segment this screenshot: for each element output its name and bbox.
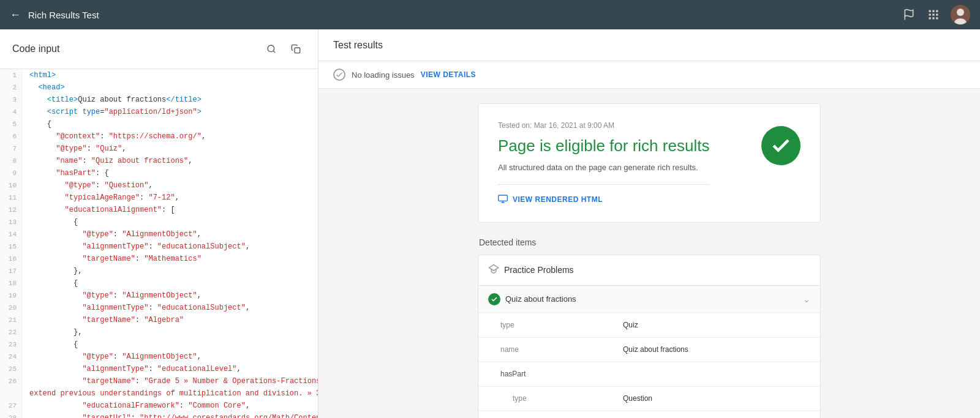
status-text: No loading issues [352, 70, 415, 80]
detected-card-header-left: Practice Problems [488, 264, 574, 277]
code-line: 23 { [0, 338, 318, 351]
data-value: Question [613, 388, 820, 409]
code-line: 16 "targetName": "Mathematics" [0, 253, 318, 265]
svg-rect-3 [936, 10, 938, 12]
svg-point-13 [268, 45, 274, 52]
quiz-item-row[interactable]: Quiz about fractions ⌄ [478, 286, 820, 313]
code-line: 12 "educationalAlignment": [ [0, 204, 318, 216]
data-row-haspart: hasPart [478, 362, 820, 387]
code-input-actions [262, 39, 306, 59]
result-subtitle: All structured data on the page can gene… [498, 163, 709, 172]
top-navigation: ← Rich Results Test [0, 0, 980, 29]
result-content: Tested on: Mar 16, 2021 at 9:00 AM Page … [318, 89, 980, 418]
detected-items-title: Detected items [478, 237, 821, 247]
quiz-item-name: Quiz about fractions [505, 294, 576, 304]
search-button[interactable] [262, 39, 281, 59]
svg-rect-15 [295, 48, 300, 53]
grid-icon[interactable] [926, 7, 941, 22]
code-line: 11 "typicalAgeRange": "7-12", [0, 192, 318, 204]
svg-rect-5 [932, 13, 934, 15]
data-key: type [478, 388, 613, 409]
svg-rect-4 [929, 13, 931, 15]
data-value [613, 368, 820, 380]
test-results-title: Test results [333, 40, 383, 51]
detected-card-header: Practice Problems [478, 255, 820, 286]
code-line: 24 "@type": "AlignmentObject", [0, 351, 318, 363]
copy-button[interactable] [286, 39, 306, 59]
view-details-link[interactable]: VIEW DETAILS [421, 70, 476, 79]
left-panel: Code input 1<html> 2 <head> 3 <title>Qui… [0, 29, 318, 418]
data-key: typicalAgeRange [478, 412, 613, 418]
view-rendered-label: VIEW RENDERED HTML [513, 195, 603, 204]
code-line: 6 "@context": "https://schema.org/", [0, 130, 318, 143]
code-line: 21 "targetName": "Algebra" [0, 314, 318, 326]
svg-rect-2 [932, 10, 934, 12]
code-line: 27 "educationalFramework": "Common Core"… [0, 400, 318, 412]
code-line: 8 "name": "Quiz about fractions", [0, 155, 318, 167]
main-layout: Code input 1<html> 2 <head> 3 <title>Qui… [0, 29, 980, 418]
data-value: Quiz [613, 315, 820, 335]
data-value: Quiz about fractions [613, 339, 820, 360]
graduation-icon [488, 264, 499, 277]
data-key: type [478, 315, 613, 335]
app-title: Rich Results Test [28, 10, 99, 20]
nav-right [902, 5, 970, 24]
code-line: 28 "targetUrl": "http://www.corestandard… [0, 412, 318, 418]
detected-card: Practice Problems Quiz about fractions [478, 255, 821, 418]
data-key: hasPart [478, 364, 613, 384]
data-key: name [478, 339, 613, 360]
code-line: 3 <title>Quiz about fractions</title> [0, 94, 318, 106]
test-results-header: Test results [318, 29, 980, 61]
code-line: 7 "@type": "Quiz", [0, 143, 318, 155]
code-line: 22 }, [0, 326, 318, 338]
code-line: 18 { [0, 277, 318, 289]
view-rendered-html-link[interactable]: VIEW RENDERED HTML [498, 184, 709, 205]
code-line: extend previous understandings of multip… [0, 387, 318, 400]
code-line: 9 "hasPart": { [0, 167, 318, 179]
svg-marker-19 [489, 264, 499, 271]
code-input-header: Code input [0, 29, 318, 69]
data-row-type: type Quiz [478, 313, 820, 338]
code-line: 2 <head> [0, 81, 318, 94]
right-panel: Test results No loading issues VIEW DETA… [318, 29, 980, 418]
code-line: 1<html> [0, 69, 318, 81]
code-line: 17 }, [0, 265, 318, 277]
data-row-name: name Quiz about fractions [478, 338, 820, 362]
category-label: Practice Problems [504, 265, 574, 275]
code-line: 15 "alignmentType": "educationalSubject"… [0, 241, 318, 253]
code-line: 13 { [0, 216, 318, 228]
status-bar: No loading issues VIEW DETAILS [318, 61, 980, 89]
code-line: 20 "alignmentType": "educationalSubject"… [0, 302, 318, 314]
svg-rect-1 [929, 10, 931, 12]
code-line: 14 "@type": "AlignmentObject", [0, 228, 318, 241]
code-line: 19 "@type": "AlignmentObject", [0, 289, 318, 302]
svg-rect-8 [932, 17, 934, 19]
data-row-age-range: typicalAgeRange 7-12 [478, 411, 820, 418]
svg-line-14 [273, 51, 275, 53]
success-check-icon [761, 126, 801, 165]
code-line: 5 { [0, 118, 318, 130]
svg-point-11 [957, 9, 964, 16]
code-line: 26 "targetName": "Grade 5 » Number & Ope… [0, 375, 318, 387]
svg-rect-6 [936, 13, 938, 15]
data-row-type-nested: type Question [478, 387, 820, 411]
svg-rect-16 [499, 195, 508, 201]
code-editor[interactable]: 1<html> 2 <head> 3 <title>Quiz about fra… [0, 69, 318, 418]
detected-items-section: Detected items Practice Problems [478, 237, 821, 418]
code-line: 10 "@type": "Question", [0, 179, 318, 192]
quiz-item-left: Quiz about fractions [488, 293, 576, 305]
quiz-check-icon [488, 293, 500, 305]
code-input-title: Code input [12, 43, 59, 54]
status-check-icon [333, 69, 345, 81]
user-avatar[interactable] [951, 5, 970, 24]
result-title: Page is eligible for rich results [498, 136, 709, 157]
tested-on-date: Tested on: Mar 16, 2021 at 9:00 AM [498, 121, 709, 130]
chevron-up-icon: ⌄ [803, 294, 810, 304]
back-button[interactable]: ← [10, 9, 21, 21]
svg-rect-9 [936, 17, 938, 19]
data-value: 7-12 [613, 412, 820, 418]
code-line: 4 <script type="application/ld+json"> [0, 106, 318, 118]
nav-left: ← Rich Results Test [10, 9, 99, 21]
flag-icon[interactable] [902, 7, 916, 22]
result-card: Tested on: Mar 16, 2021 at 9:00 AM Page … [478, 103, 821, 223]
